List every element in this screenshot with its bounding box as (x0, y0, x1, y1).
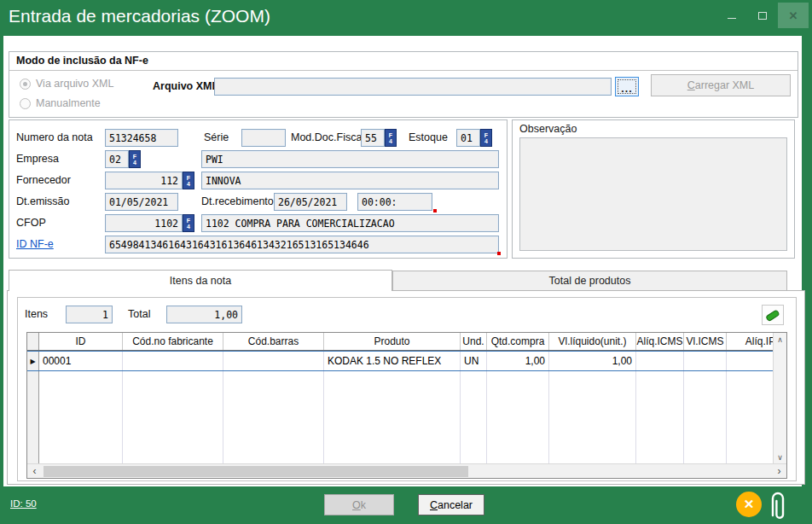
empresa-label: Empresa (16, 150, 59, 168)
dt-recebimento-label: Dt.recebimento (201, 193, 274, 211)
cfop-desc-field: 1102 COMPRA PARA COMERCIALIZACAO (201, 214, 499, 232)
grid-vertical-scrollbar[interactable]: ∧ ∨ (773, 333, 786, 463)
cfop-input[interactable]: 1102 (105, 214, 183, 232)
cell-und[interactable]: UN (461, 352, 487, 370)
radio-manualmente[interactable]: Manualmente (20, 97, 101, 109)
minimize-icon (728, 18, 736, 19)
column-header-cod-fabricante[interactable]: Cód.no fabricante (123, 333, 223, 350)
empresa-f4-button[interactable]: F4 (129, 150, 141, 168)
cell-vl-icms[interactable] (684, 352, 727, 370)
app-window: Entrada de mercadorias (ZOOM) ✕ Modo de … (0, 0, 812, 524)
total-label: Total (128, 306, 150, 323)
dialog-content: Modo de inclusão da NF-e Via arquivo XML… (3, 36, 802, 486)
hora-input[interactable]: 00:00: (357, 193, 432, 211)
tab-itens-da-nota[interactable]: Itens da nota (9, 270, 392, 291)
dt-emissao-input[interactable]: 01/05/2021 (105, 193, 178, 211)
column-header-und[interactable]: Und. (461, 333, 487, 350)
record-id-link[interactable]: ID: 50 (10, 498, 37, 509)
edit-item-button[interactable] (762, 305, 784, 325)
scroll-right-icon[interactable]: › (772, 464, 786, 479)
itens-label: Itens (25, 306, 48, 323)
mod-doc-fiscal-label: Mod.Doc.Fiscal (291, 129, 364, 147)
ok-button[interactable]: Ok (324, 494, 394, 515)
table-row (27, 453, 773, 463)
fornecedor-nome-field: INNOVA (201, 172, 499, 189)
estoque-label: Estoque (409, 129, 448, 147)
cell-cod-barras[interactable] (223, 352, 324, 370)
column-header-aliq-ipi[interactable]: Alíq.IP (727, 333, 773, 350)
window-controls: ✕ (716, 3, 809, 28)
cfop-label: CFOP (16, 214, 46, 232)
cfop-f4-button[interactable]: F4 (183, 214, 194, 232)
cell-vl-liquido[interactable]: 1,00 (549, 352, 636, 370)
column-header-aliq-icms[interactable]: Alíq.ICMS (636, 333, 684, 350)
carregar-xml-button[interactable]: Carregar XML (651, 74, 791, 96)
scroll-up-icon[interactable]: ∧ (774, 333, 786, 346)
inclusion-mode-title: Modo de inclusão da NF-e (16, 55, 148, 67)
observacao-title: Observação (519, 123, 577, 135)
delete-badge-button[interactable]: ✕ (736, 492, 762, 517)
serie-label: Série (204, 129, 229, 147)
cell-aliq-ipi[interactable] (727, 352, 773, 370)
maximize-icon (758, 12, 767, 20)
cell-id[interactable]: 00001 (39, 352, 123, 370)
cell-qtd-compra[interactable]: 1,00 (487, 352, 549, 370)
tab-page-itens: Itens 1 Total 1,00 (7, 290, 805, 485)
column-header-qtd-compra[interactable]: Qtd.compra (487, 333, 549, 350)
table-row (27, 392, 773, 412)
cell-aliq-icms[interactable] (636, 352, 684, 370)
estoque-f4-button[interactable]: F4 (480, 129, 492, 147)
column-header-vl-icms[interactable]: Vl.ICMS (684, 333, 727, 350)
itens-panel: Itens 1 Total 1,00 (17, 297, 797, 481)
total-value-field: 1,00 (166, 306, 242, 323)
fornecedor-f4-button[interactable]: F4 (183, 172, 194, 189)
arquivo-xml-input[interactable] (214, 78, 612, 96)
observacao-memo[interactable] (519, 137, 787, 251)
radio-via-arquivo-xml[interactable]: Via arquivo XML (20, 78, 114, 90)
mod-doc-f4-button[interactable]: F4 (385, 129, 397, 147)
groupbox-rule (9, 70, 798, 71)
dt-recebimento-input[interactable]: 26/05/2021 (274, 193, 347, 211)
empresa-input[interactable]: 02 (105, 150, 129, 168)
tabs-container: Itens da nota Total de produtos Itens 1 … (7, 270, 805, 485)
itens-count-field: 1 (66, 306, 113, 323)
attachment-button[interactable] (765, 489, 789, 524)
title-bar: Entrada de mercadorias (ZOOM) ✕ (0, 0, 812, 36)
empresa-nome-field: PWI (201, 150, 499, 168)
scroll-down-icon[interactable]: ∨ (774, 451, 786, 463)
column-header-produto[interactable]: Produto (324, 333, 461, 350)
id-nfe-input[interactable]: 6549841346164316431613646134321651316513… (105, 236, 499, 253)
mod-doc-fiscal-input[interactable]: 55 (361, 129, 385, 147)
dt-emissao-label: Dt.emissão (16, 193, 70, 211)
table-row-selected[interactable]: ▶ 00001 KODAK 1.5 NO REFLEX UN 1,00 1,00 (27, 351, 773, 371)
window-title: Entrada de mercadorias (ZOOM) (9, 6, 270, 26)
cell-cod-fabricante[interactable] (123, 352, 223, 370)
fornecedor-input[interactable]: 112 (105, 172, 183, 189)
id-nfe-link[interactable]: ID NF-e (16, 236, 54, 253)
close-button[interactable]: ✕ (778, 3, 809, 28)
scroll-left-icon[interactable]: ‹ (27, 464, 42, 479)
inclusion-mode-groupbox: Modo de inclusão da NF-e Via arquivo XML… (9, 51, 798, 118)
tab-total-de-produtos[interactable]: Total de produtos (392, 271, 787, 291)
estoque-input[interactable]: 01 (456, 129, 480, 147)
scrollbar-thumb[interactable] (44, 466, 468, 477)
radio-selected-icon (20, 79, 31, 90)
minimize-button[interactable] (716, 3, 747, 28)
numero-nota-label: Numero da nota (16, 129, 93, 147)
cancel-button[interactable]: Cancelar (418, 494, 484, 515)
serie-input[interactable] (241, 129, 286, 147)
maximize-button[interactable] (747, 3, 778, 28)
numero-nota-input[interactable]: 51324658 (105, 129, 178, 147)
column-header-id[interactable]: ID (39, 333, 123, 350)
nota-fields-groupbox: Numero da nota 51324658 Série Mod.Doc.Fi… (9, 119, 508, 259)
grid-horizontal-scrollbar[interactable]: ‹ › (27, 463, 786, 478)
grid-header-row: ID Cód.no fabricante Cód.barras Produto … (27, 333, 773, 351)
column-header-cod-barras[interactable]: Cód.barras (223, 333, 324, 350)
radio-manualmente-label: Manualmente (36, 97, 101, 109)
required-marker (497, 252, 501, 255)
browse-xml-button[interactable]: ... (615, 77, 639, 96)
close-icon: ✕ (789, 9, 798, 22)
table-row (27, 433, 773, 453)
cell-produto[interactable]: KODAK 1.5 NO REFLEX (324, 352, 461, 370)
column-header-vl-liquido[interactable]: Vl.líquido(unit.) (549, 333, 636, 350)
